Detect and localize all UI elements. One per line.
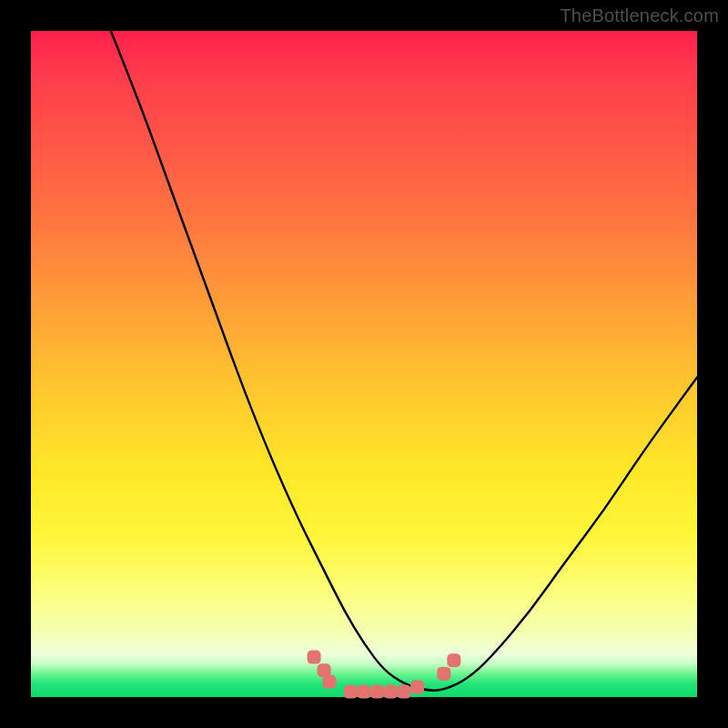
curve-marker (410, 681, 424, 694)
chart-frame: TheBottleneck.com (0, 0, 728, 728)
attribution-text: TheBottleneck.com (560, 5, 719, 26)
bottleneck-curve (111, 31, 697, 691)
curve-marker (437, 667, 450, 681)
curve-marker (397, 685, 410, 699)
curve-marker (384, 685, 398, 699)
plot-area (31, 31, 697, 697)
curve-layer (31, 31, 697, 697)
curve-marker (358, 685, 371, 699)
curve-marker (447, 653, 460, 667)
curve-marker (344, 685, 358, 699)
curve-marker (370, 685, 384, 699)
curve-marker (308, 651, 321, 664)
curve-marker (322, 675, 336, 689)
